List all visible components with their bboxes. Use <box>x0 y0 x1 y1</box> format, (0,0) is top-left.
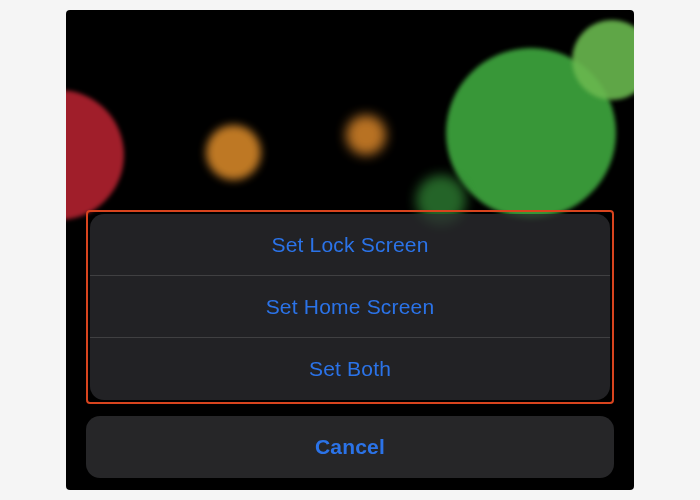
cancel-button[interactable]: Cancel <box>86 416 614 478</box>
bokeh-circle <box>66 90 124 220</box>
bokeh-circle <box>206 125 261 180</box>
action-sheet: Set Lock Screen Set Home Screen Set Both… <box>66 210 634 478</box>
action-sheet-options-group: Set Lock Screen Set Home Screen Set Both <box>90 214 610 400</box>
action-label: Set Home Screen <box>266 295 435 319</box>
set-lock-screen-button[interactable]: Set Lock Screen <box>90 214 610 276</box>
set-home-screen-button[interactable]: Set Home Screen <box>90 276 610 338</box>
bokeh-circle <box>346 115 386 155</box>
action-label: Set Both <box>309 357 391 381</box>
annotation-highlight: Set Lock Screen Set Home Screen Set Both <box>86 210 614 404</box>
cancel-label: Cancel <box>315 435 385 459</box>
action-label: Set Lock Screen <box>271 233 428 257</box>
wallpaper-preview-screen: Set Lock Screen Set Home Screen Set Both… <box>66 10 634 490</box>
set-both-button[interactable]: Set Both <box>90 338 610 400</box>
